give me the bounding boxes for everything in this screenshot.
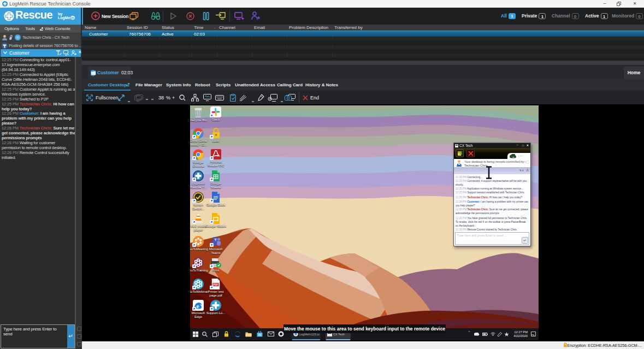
svg-text:e: e [197,303,199,309]
svg-text:PDF: PDF [214,283,218,286]
svg-text:in: in [512,156,514,158]
